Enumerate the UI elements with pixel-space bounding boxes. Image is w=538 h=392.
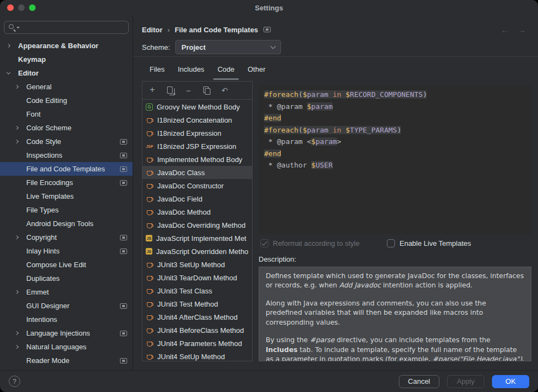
java-cup-icon	[146, 195, 153, 203]
template-item-javascript-overridden-metho[interactable]: JavaScript Overridden Metho	[142, 245, 252, 258]
forward-button[interactable]: →	[518, 25, 526, 34]
screen-icon	[264, 27, 271, 32]
reformat-checkbox[interactable]	[260, 239, 268, 247]
window-title: Settings	[0, 4, 538, 12]
settings-sidebar: Appearance & BehaviorKeymapEditorGeneral…	[0, 15, 133, 370]
chevron-right-icon[interactable]	[15, 290, 19, 294]
help-icon[interactable]: ?	[9, 376, 20, 387]
chevron-right-icon[interactable]	[15, 331, 19, 335]
minimize-window-icon[interactable]	[18, 4, 25, 11]
sidebar-item-emmet[interactable]: Emmet	[0, 285, 133, 299]
template-item-i18nized-expression[interactable]: I18nized Expression	[142, 126, 252, 140]
chevron-down-icon	[271, 43, 276, 49]
remove-template-button[interactable]	[184, 86, 193, 95]
settings-search-input[interactable]	[22, 24, 115, 32]
sidebar-item-keymap[interactable]: Keymap	[0, 53, 133, 66]
tab-files[interactable]: Files	[145, 62, 169, 80]
settings-search-box[interactable]	[4, 21, 129, 34]
sidebar-item-compose-live-edit[interactable]: Compose Live Edit	[0, 258, 133, 272]
template-item-javadoc-constructor[interactable]: JavaDoc Constructor	[142, 179, 252, 192]
template-item-label: JavaDoc Constructor	[157, 182, 224, 190]
template-item-javadoc-method[interactable]: JavaDoc Method	[142, 205, 252, 218]
template-item-javadoc-class[interactable]: JavaDoc Class	[142, 166, 252, 179]
template-item-groovy-new-method-body[interactable]: Groovy New Method Body	[142, 100, 252, 113]
sidebar-item-duplicates[interactable]: Duplicates	[0, 272, 133, 285]
template-item-junit4-setup-method[interactable]: JUnit4 SetUp Method	[142, 350, 252, 361]
template-item-implemented-method-body[interactable]: Implemented Method Body	[142, 153, 252, 166]
template-item-javascript-implemented-met[interactable]: JavaScript Implemented Met	[142, 232, 252, 245]
template-item-junit3-setup-method[interactable]: JUnit3 SetUp Method	[142, 258, 252, 271]
sidebar-item-file-encodings[interactable]: File Encodings	[0, 176, 133, 189]
template-item-junit4-parameters-method[interactable]: JUnit4 Parameters Method	[142, 337, 252, 350]
copy-template-button[interactable]	[202, 86, 211, 95]
tab-other[interactable]: Other	[243, 62, 270, 80]
chevron-right-icon[interactable]	[15, 140, 19, 143]
sidebar-item-label: Compose Live Edit	[26, 261, 86, 269]
revert-template-button[interactable]	[220, 86, 229, 95]
template-item-junit3-test-class[interactable]: JUnit3 Test Class	[142, 284, 252, 297]
sidebar-item-label: Android Design Tools	[26, 220, 94, 228]
chevron-down-icon[interactable]	[7, 71, 10, 74]
sidebar-item-code-style[interactable]: Code Style	[0, 135, 133, 148]
code-line: #end	[264, 148, 526, 160]
close-window-icon[interactable]	[7, 4, 14, 11]
duplicate-template-button[interactable]	[166, 86, 175, 95]
add-template-button[interactable]	[148, 86, 157, 95]
sidebar-item-reader-mode[interactable]: Reader Mode	[0, 354, 133, 367]
sidebar-item-intentions[interactable]: Intentions	[0, 313, 133, 326]
chevron-right-icon[interactable]	[15, 85, 19, 89]
dialog-footer: ? Cancel Apply OK	[0, 370, 538, 392]
template-item-label: JavaScript Implemented Met	[156, 234, 247, 243]
sidebar-item-natural-languages[interactable]: Natural Languages	[0, 340, 133, 354]
sidebar-item-appearance-behavior[interactable]: Appearance & Behavior	[0, 39, 133, 53]
sidebar-item-copyright[interactable]: Copyright	[0, 230, 133, 244]
sidebar-item-general[interactable]: General	[0, 80, 133, 94]
template-item-i18nized-jsp-expression[interactable]: I18nized JSP Expression	[142, 140, 252, 153]
chevron-right-icon[interactable]	[15, 345, 19, 349]
sidebar-item-editor[interactable]: Editor	[0, 66, 133, 80]
tab-code[interactable]: Code	[213, 62, 239, 80]
template-item-javadoc-overriding-method[interactable]: JavaDoc Overriding Method	[142, 218, 252, 232]
scheme-dropdown[interactable]: Project	[175, 40, 281, 54]
java-cup-icon	[146, 169, 153, 176]
enable-live-templates-label: Enable Live Templates	[399, 239, 471, 247]
template-item-i18nized-concatenation[interactable]: I18nized Concatenation	[142, 113, 252, 126]
sidebar-item-color-scheme[interactable]: Color Scheme	[0, 121, 133, 135]
sidebar-item-label: Reader Mode	[26, 356, 70, 365]
zoom-window-icon[interactable]	[29, 4, 36, 11]
sidebar-item-file-and-code-templates[interactable]: File and Code Templates	[0, 162, 133, 176]
sidebar-item-code-editing[interactable]: Code Editing	[0, 94, 133, 107]
sidebar-item-android-design-tools[interactable]: Android Design Tools	[0, 217, 133, 230]
chevron-right-icon[interactable]	[15, 235, 19, 239]
enable-live-templates-checkbox[interactable]	[387, 239, 395, 247]
sidebar-item-inspections[interactable]: Inspections	[0, 148, 133, 162]
template-item-javadoc-field[interactable]: JavaDoc Field	[142, 192, 252, 205]
template-item-junit3-teardown-method[interactable]: JUnit3 TearDown Method	[142, 271, 252, 284]
description-panel[interactable]: Defines template which used to generate …	[259, 267, 531, 361]
sidebar-item-live-templates[interactable]: Live Templates	[0, 189, 133, 203]
tab-includes[interactable]: Includes	[173, 62, 208, 80]
ok-button[interactable]: OK	[492, 375, 529, 388]
cancel-button[interactable]: Cancel	[399, 375, 439, 388]
sidebar-item-label: Emmet	[26, 288, 49, 296]
template-item-label: JUnit3 SetUp Method	[157, 261, 225, 269]
template-item-label: JUnit3 Test Method	[157, 300, 218, 308]
sidebar-item-font[interactable]: Font	[0, 107, 133, 121]
template-item-label: JUnit4 Parameters Method	[157, 339, 242, 348]
java-cup-icon	[146, 300, 153, 308]
sidebar-item-language-injections[interactable]: Language Injections	[0, 326, 133, 340]
template-item-junit3-test-method[interactable]: JUnit3 Test Method	[142, 297, 252, 310]
apply-button[interactable]: Apply	[447, 375, 484, 388]
template-item-label: I18nized Concatenation	[157, 116, 232, 124]
template-item-junit4-afterclass-method[interactable]: JUnit4 AfterClass Method	[142, 310, 252, 324]
sidebar-item-file-types[interactable]: File Types	[0, 203, 133, 217]
breadcrumb-editor[interactable]: Editor	[142, 26, 163, 34]
search-options-caret-icon[interactable]	[16, 27, 20, 28]
chevron-right-icon[interactable]	[15, 126, 19, 130]
sidebar-item-gui-designer[interactable]: GUI Designer	[0, 299, 133, 313]
chevron-right-icon[interactable]	[7, 44, 10, 48]
back-button[interactable]: ←	[501, 25, 509, 34]
template-editor[interactable]: #foreach($param in $RECORD_COMPONENTS) *…	[259, 85, 531, 234]
sidebar-item-inlay-hints[interactable]: Inlay Hints	[0, 244, 133, 258]
template-item-junit4-beforeclass-method[interactable]: JUnit4 BeforeClass Method	[142, 324, 252, 337]
